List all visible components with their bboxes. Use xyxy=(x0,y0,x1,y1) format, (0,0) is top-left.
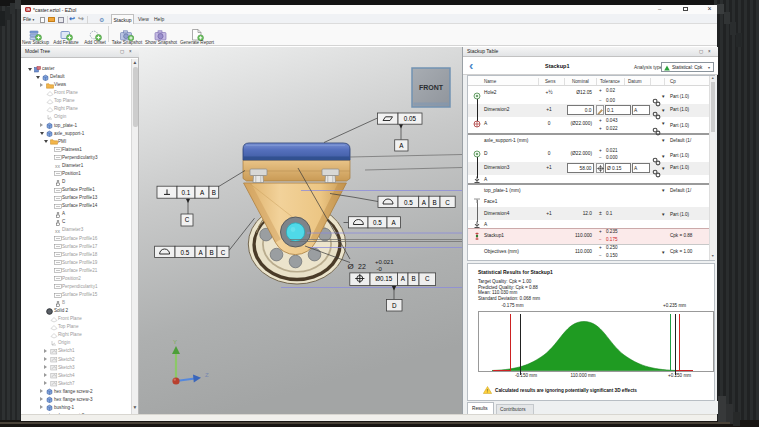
svg-text:xx: xx xyxy=(55,163,61,169)
svg-text:0.5: 0.5 xyxy=(181,249,190,256)
svg-text:0.1: 0.1 xyxy=(182,189,191,196)
svg-text:0.5: 0.5 xyxy=(404,199,413,206)
svg-text:Ø0.15: Ø0.15 xyxy=(375,275,393,282)
svg-text:C: C xyxy=(221,249,226,256)
svg-text:+0.021: +0.021 xyxy=(375,259,394,265)
svg-text:22: 22 xyxy=(358,263,366,270)
svg-text:Ø: Ø xyxy=(348,262,354,271)
svg-text:B: B xyxy=(209,249,213,256)
svg-text:Z: Z xyxy=(205,372,209,378)
svg-text:0.05: 0.05 xyxy=(404,115,417,122)
svg-text:D: D xyxy=(392,302,397,309)
svg-text:B: B xyxy=(432,199,436,206)
svg-text:Y: Y xyxy=(173,339,177,345)
svg-text:C: C xyxy=(425,275,430,282)
svg-text:B: B xyxy=(212,189,216,196)
svg-text:xx: xx xyxy=(55,227,61,233)
svg-text:C: C xyxy=(185,216,190,223)
svg-text:B: B xyxy=(411,275,415,282)
svg-text:-0: -0 xyxy=(377,266,383,272)
svg-text:0.5: 0.5 xyxy=(373,219,382,226)
svg-text:C: C xyxy=(445,199,450,206)
